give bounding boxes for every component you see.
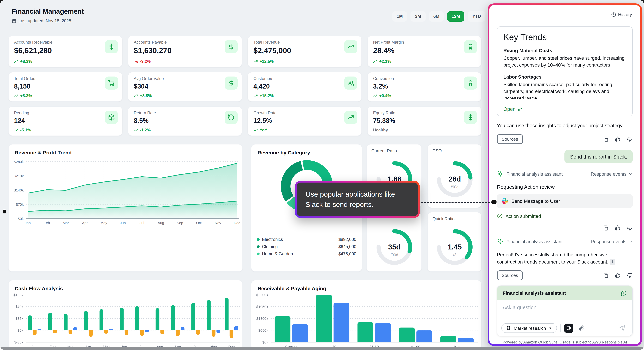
assistant-insight-text: You can use these insights to adjust you… [497,123,633,128]
kpi-card-accounts-receivable: Accounts Receivable$6,621,280+8.3% [8,36,122,67]
chart-title: Receivable & Payable Aging [251,280,481,291]
kpi-delta: +15.2% [254,93,274,98]
svg-text:$280k: $280k [14,160,24,164]
page-title: Financial Management [12,8,84,16]
calendar-icon [12,19,16,23]
svg-text:$35k: $35k [16,316,23,320]
svg-text:Dec: Dec [234,221,240,225]
key-trends-card: Key Trends Rising Material Costs Copper,… [497,27,633,116]
history-button[interactable]: History [611,12,632,17]
svg-text:$70k: $70k [16,305,23,309]
time-range-ytd[interactable]: YTD [468,11,486,22]
chart-title: Revenue & Profit Trend [8,144,242,155]
svg-text:Oct: Oct [196,221,202,225]
kpi-label: Total Orders [14,76,116,81]
trending-up-icon [14,59,18,64]
legend-dot [257,245,260,248]
kpi-value: 12.5% [254,117,356,125]
thumbs-up-icon[interactable] [615,272,621,278]
agent-selector[interactable]: Market research [501,323,557,333]
legend-value: $478,000 [338,251,356,256]
trending-up-icon [373,94,378,98]
assistant-name: Financial analysis assistant [506,239,562,244]
web-search-button[interactable] [564,323,573,333]
time-range-12m[interactable]: 12M [447,11,464,22]
copy-icon[interactable] [603,272,609,278]
kpi-delta: -3.2% [134,59,151,64]
citation-badge[interactable]: 1 [610,259,615,265]
kpi-label: Conversion [373,76,476,81]
thumbs-down-icon[interactable] [627,272,633,278]
panel-footer: Powered by Amazon Quick Suite. Usage is … [497,340,633,344]
send-button[interactable] [617,325,628,331]
svg-text:Nov: Nov [215,221,221,225]
copy-icon[interactable] [603,136,609,142]
kpi-delta: +3.8% [134,93,152,98]
response-events-label: Response events [591,171,626,177]
users-icon [344,77,357,90]
kpi-grid: Accounts Receivable$6,621,280+8.3%Accoun… [8,36,482,136]
kpi-card-equity-ratio: Equity Ratio75.38%Healthy [367,106,482,136]
time-range-3m[interactable]: 3M [411,11,426,22]
sources-button[interactable]: Sources [497,270,523,280]
chat-controls: Market research [501,323,628,333]
assistant-header-row: Financial analysis assistant Response ev… [497,171,633,177]
gauge-card-quick-ratio: Quick Ratio1.45/3 [427,212,482,272]
tooltip-text: Use popular applications like Slack to s… [296,183,418,216]
kpi-card-accounts-payable: Accounts Payable$1,630,270-3.2% [128,36,242,67]
area-chart: JanFebMarAprMayJunJulAugSepOctNovDec$0k$… [8,159,243,230]
trend-heading: Labor Shortages [504,74,626,80]
legend-value: $645,000 [338,244,356,249]
globe-icon [566,325,571,331]
legend-dot [257,252,260,255]
time-range-group: 1M3M6M12MYTD [392,11,486,22]
kpi-delta: +8.3% [14,93,32,98]
time-range-6m[interactable]: 6M [429,11,444,22]
time-range-1m[interactable]: 1M [392,11,407,22]
question-input[interactable] [503,304,627,310]
dropdown-arrow-icon [548,326,552,330]
copy-icon[interactable] [603,225,609,231]
user-message-bubble: Send this report in Slack. [564,150,633,163]
svg-text:1.45: 1.45 [448,243,462,251]
svg-text:$0k: $0k [18,328,23,332]
thumbs-up-icon[interactable] [615,136,621,142]
chart-title: Revenue by Category [251,144,362,155]
response-events-toggle[interactable]: Response events [591,239,633,244]
sources-button[interactable]: Sources [497,134,523,144]
kpi-value: 8.5% [134,117,236,125]
revenue-profit-trend-card: Revenue & Profit Trend JanFebMarAprMayJu… [8,144,243,272]
svg-text:/3: /3 [453,253,456,257]
slack-action-row[interactable]: Send Message to User [497,194,633,208]
thumbs-down-icon[interactable] [627,136,633,142]
gauge-title: Current Ratio [366,144,422,154]
agent-label: Market research [514,325,546,331]
trending-up-icon [134,128,138,132]
kpi-label: Total Revenue [254,40,356,45]
assistant-name: Financial analysis assistant [506,171,562,177]
thumbs-down-icon[interactable] [627,225,633,231]
kpi-card-customers: Customers4,420+15.2% [248,72,362,102]
svg-text:$1300k: $1300k [256,316,268,320]
sparkle-icon [497,238,504,245]
kpi-label: Pending [14,111,116,115]
thumbs-up-icon[interactable] [615,225,621,231]
open-link[interactable]: Open [504,104,626,116]
edge-notch [3,210,6,213]
trending-up-icon [254,94,258,98]
kpi-label: Equity Ratio [373,111,476,115]
attach-button[interactable] [577,325,586,331]
kpi-delta: YoY [254,128,267,132]
package-icon [105,111,118,124]
assistant-panel-highlight-border: History Key Trends Rising Material Costs… [488,4,642,346]
svg-text:$-35k: $-35k [14,340,23,344]
new-chat-icon[interactable] [621,290,627,296]
action-review-title: Requesting Action review [497,184,633,190]
svg-text:35d: 35d [388,243,400,251]
assistant-message: Perfect! I've successfully shared the co… [497,251,633,266]
kpi-card-conversion: Conversion3.2%+0.4% [367,72,482,102]
response-events-toggle[interactable]: Response events [591,171,633,177]
trending-up-icon [134,94,138,98]
kpi-value: 3.2% [373,83,476,90]
legend-item-home-garden: Home & Garden$478,000 [257,250,356,257]
